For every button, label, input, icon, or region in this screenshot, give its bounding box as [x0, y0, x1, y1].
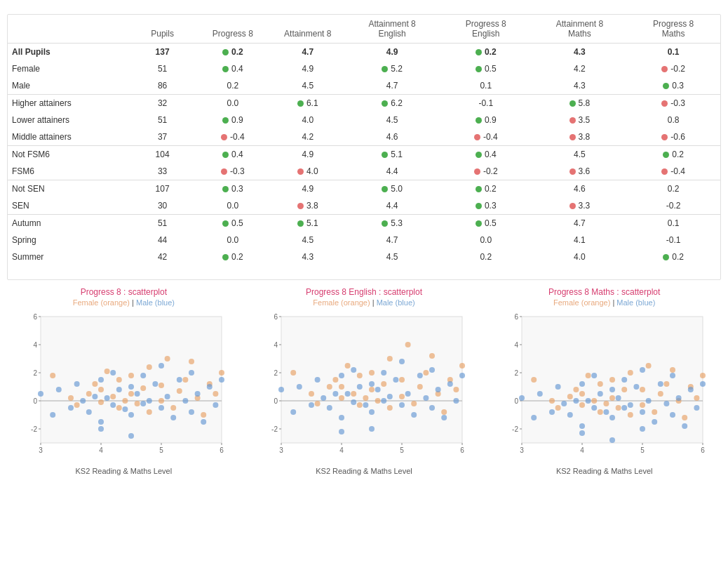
value-cell: 0.4 — [439, 146, 533, 164]
male-data-point — [81, 398, 86, 404]
pupils-cell: 33 — [130, 163, 196, 180]
female-data-point — [411, 401, 417, 406]
value-cell: 0.3 — [195, 180, 270, 198]
value-cell: 0.3 — [439, 197, 533, 215]
female-data-point — [555, 405, 560, 411]
red-dot-icon — [569, 168, 576, 175]
chart-container: Progress 8 : scatterplotFemale (orange) … — [7, 287, 241, 475]
male-data-point — [98, 419, 104, 425]
male-data-point — [561, 401, 567, 406]
female-data-point — [645, 363, 651, 369]
male-data-point — [609, 437, 615, 443]
female-data-point — [68, 395, 74, 401]
female-data-point — [597, 381, 602, 387]
female-data-point — [585, 373, 591, 378]
male-data-point — [585, 398, 591, 404]
female-data-point — [189, 359, 194, 364]
value-cell: 4.2 — [533, 60, 627, 77]
value-cell: 0.0 — [195, 232, 270, 248]
chart-title: Progress 8 English : scatterplot — [306, 287, 422, 297]
group-name-cell: Spring — [8, 232, 130, 248]
svg-text:6: 6 — [701, 446, 705, 454]
male-data-point — [531, 415, 537, 420]
female-data-point — [399, 394, 405, 399]
red-dot-icon — [474, 168, 480, 175]
group-name-cell: SEN — [8, 197, 130, 215]
value-cell: 4.9 — [345, 44, 439, 61]
red-dot-icon — [297, 168, 304, 175]
male-data-point — [670, 373, 675, 378]
value-cell: -0.2 — [626, 60, 720, 77]
svg-text:6: 6 — [514, 313, 518, 321]
value-cell: 4.6 — [345, 128, 439, 146]
pupils-cell: 51 — [130, 215, 196, 232]
value-cell: -0.1 — [439, 95, 533, 112]
male-data-point — [327, 405, 332, 411]
svg-text:4: 4 — [274, 341, 278, 349]
male-data-point — [56, 387, 62, 392]
value-cell: 4.4 — [345, 197, 439, 215]
male-data-point — [98, 426, 104, 432]
female-data-point — [123, 398, 128, 404]
female-data-point — [290, 370, 296, 376]
green-dot-icon — [222, 49, 229, 55]
male-data-point — [290, 409, 296, 415]
male-data-point — [189, 409, 194, 415]
male-data-point — [351, 399, 356, 405]
female-data-point — [213, 391, 219, 397]
female-data-point — [573, 387, 579, 392]
green-dot-icon — [382, 186, 388, 192]
chart-legend: Female (orange) | Male (blue) — [73, 298, 175, 307]
svg-text:3: 3 — [279, 446, 283, 454]
main-container: Pupils Progress 8 Attainment 8 Attainmen… — [0, 0, 728, 482]
male-data-point — [93, 394, 98, 399]
svg-text:2: 2 — [34, 369, 38, 377]
x-axis-label: KS2 Reading & Maths Level — [556, 467, 653, 475]
green-dot-icon — [222, 220, 229, 227]
value-cell: 0.1 — [626, 215, 720, 232]
scatter-svg: -202463456 — [499, 310, 710, 464]
green-dot-icon — [222, 117, 229, 124]
value-cell: -0.3 — [195, 163, 270, 180]
value-cell: -0.2 — [439, 163, 533, 180]
male-data-point — [459, 373, 465, 378]
male-data-point — [357, 384, 363, 390]
male-data-point — [207, 384, 213, 390]
male-data-point — [171, 415, 177, 420]
female-data-point — [657, 391, 663, 397]
green-dot-icon — [476, 203, 482, 209]
value-cell: 0.2 — [626, 248, 720, 265]
svg-text:-2: -2 — [512, 425, 518, 433]
svg-text:2: 2 — [514, 369, 518, 377]
svg-text:2: 2 — [274, 369, 278, 377]
female-data-point — [621, 387, 627, 392]
svg-text:4: 4 — [100, 446, 104, 454]
female-data-point — [159, 383, 164, 388]
female-data-point — [399, 377, 405, 383]
green-dot-icon — [222, 152, 229, 158]
value-cell: 5.1 — [345, 146, 439, 164]
value-cell: 3.8 — [533, 128, 627, 146]
table-row: Higher attainers320.06.16.2-0.15.8-0.3 — [8, 95, 720, 112]
male-data-point — [597, 391, 602, 397]
value-cell: 0.9 — [439, 112, 533, 128]
male-data-point — [201, 419, 207, 425]
value-cell: 4.2 — [270, 128, 345, 146]
value-cell: 0.4 — [195, 60, 270, 77]
value-cell: -0.6 — [626, 128, 720, 146]
male-data-point — [369, 426, 375, 432]
green-dot-icon — [476, 220, 482, 227]
value-cell: 4.5 — [270, 232, 345, 248]
female-data-point — [357, 373, 363, 378]
red-dot-icon — [661, 66, 668, 72]
group-name-cell: All Pupils — [8, 44, 130, 61]
male-data-point — [369, 409, 375, 415]
group-name-cell: Autumn — [8, 215, 130, 232]
female-data-point — [111, 394, 116, 399]
male-data-point — [579, 430, 585, 436]
male-data-point — [652, 419, 657, 425]
female-data-point — [609, 395, 615, 401]
male-data-point — [603, 409, 609, 415]
male-data-point — [74, 381, 80, 387]
male-data-point — [339, 415, 344, 420]
